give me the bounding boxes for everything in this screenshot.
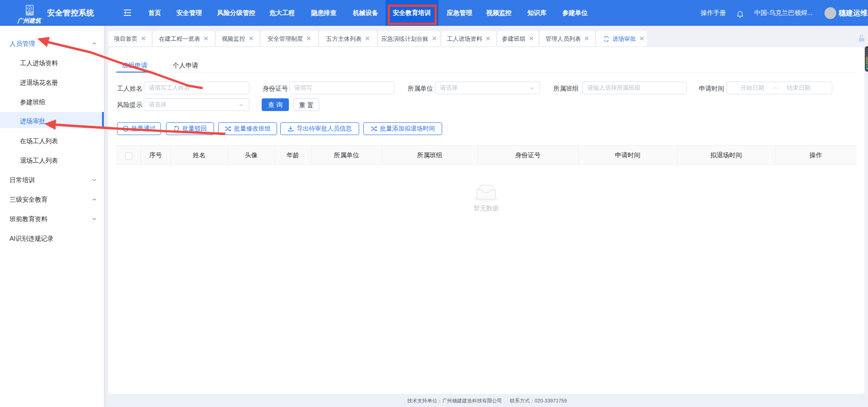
svg-text:GMC: GMC xyxy=(27,12,32,15)
